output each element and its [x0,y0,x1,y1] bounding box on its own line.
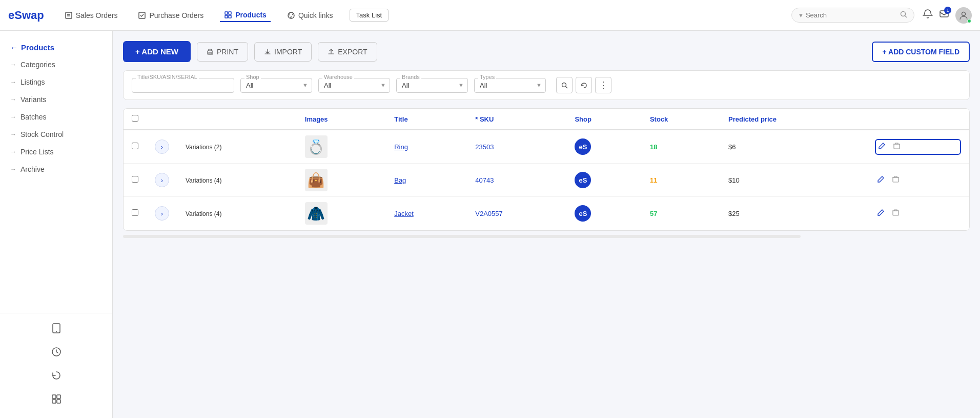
header-actions [867,109,969,130]
filter-warehouse-select[interactable]: All [318,78,390,93]
product-title-link-3[interactable]: Jacket [394,210,414,217]
edit-button-1[interactable] [876,140,888,154]
sidebar-item-archive[interactable]: → Archive [0,161,112,178]
shop-icon-3: eS [575,205,591,222]
product-sku-3[interactable]: V2A0557 [475,210,503,217]
expand-button-3[interactable]: › [155,206,169,221]
sidebar-bottom-tablet-icon[interactable] [0,317,112,339]
filter-types-select[interactable]: All [474,78,546,93]
notification-button[interactable] [923,9,933,22]
row-checkbox-2[interactable] [132,176,138,183]
delete-button-1[interactable] [891,140,903,154]
row-checkbox-3[interactable] [132,209,138,216]
header-expand [147,109,177,130]
horizontal-scrollbar[interactable] [123,235,801,238]
delete-button-2[interactable] [890,173,902,187]
svg-rect-4 [225,12,228,14]
product-sku-1[interactable]: 23503 [475,143,494,151]
nav-purchase-orders[interactable]: Purchase Orders [134,9,208,22]
header-images: Images [297,109,386,130]
header-title: Title [386,109,467,130]
logo[interactable]: eSwap [8,9,44,22]
messages-button[interactable]: 1 [939,9,949,22]
product-stock-3: 57 [650,210,657,217]
filter-title-input[interactable] [132,78,234,93]
product-stock-2: 11 [650,176,657,184]
filter-reset-button[interactable] [576,77,592,93]
edit-button-2[interactable] [875,173,887,187]
row-image-2: 👜 [297,164,386,197]
products-table-element: Images Title * SKU Shop Stock Predicted … [124,109,969,230]
filter-title-field: Title/SKU/ASIN/SERIAL [132,78,234,93]
nav-quick-links[interactable]: Quick links [283,9,337,22]
sidebar-item-listings[interactable]: → Listings [0,73,112,91]
filter-shop-select[interactable]: All [240,78,312,93]
action-buttons-1 [875,139,961,155]
filter-types-wrap: Types All ▼ [474,78,546,93]
sidebar-bottom [0,313,112,410]
sidebar-back-arrow[interactable]: ← [10,43,18,52]
row-variations-3: Variations (4) [177,197,297,230]
table-row: › Variations (4) 👜 Bag [124,164,969,197]
shop-icon-2: eS [575,172,591,188]
product-title-link-1[interactable]: Ring [394,143,408,151]
add-new-button[interactable]: + ADD NEW [123,41,191,62]
expand-button-2[interactable]: › [155,173,169,187]
search-input[interactable] [806,11,900,19]
row-variations-2: Variations (4) [177,164,297,197]
row-check-2 [124,164,147,197]
print-button[interactable]: PRINT [197,42,248,62]
filter-brands-select[interactable]: All [396,78,468,93]
online-status-dot [967,19,971,23]
row-image-1: 💍 [297,130,386,164]
product-image-3: 🧥 [305,202,328,225]
table-row: › Variations (4) 🧥 Jacket [124,197,969,230]
product-title-link-2[interactable]: Bag [394,176,406,184]
edit-button-3[interactable] [875,207,887,221]
filter-more-button[interactable]: ⋮ [595,77,611,93]
nav-sales-orders[interactable]: Sales Orders [60,9,122,22]
export-button[interactable]: EXPORT [318,42,377,62]
svg-line-26 [565,86,567,88]
filter-search-button[interactable] [556,77,573,93]
sidebar-bottom-refresh-icon[interactable] [0,365,112,386]
svg-rect-6 [225,15,228,18]
sidebar-bottom-grid-icon[interactable] [0,388,112,410]
svg-point-11 [290,16,292,18]
product-sku-2[interactable]: 40743 [475,176,494,184]
delete-button-3[interactable] [890,207,902,221]
header-predicted-price: Predicted price [720,109,867,130]
sidebar-item-price-lists[interactable]: → Price Lists [0,143,112,161]
search-icon[interactable] [900,10,908,20]
row-shop-3: eS [566,197,642,230]
svg-rect-22 [57,400,60,403]
dropdown-arrow-icon: ▼ [798,12,804,18]
sidebar-bottom-clock-icon[interactable] [0,341,112,363]
table-row: › Variations (2) 💍 Ring [124,130,969,164]
filter-types-label: Types [478,74,496,80]
messages-badge: 1 [944,7,951,14]
nav-products[interactable]: Products [220,9,271,22]
svg-point-8 [288,12,294,18]
avatar[interactable] [955,7,972,24]
sidebar-item-variants[interactable]: → Variants [0,91,112,108]
row-checkbox-1[interactable] [132,143,138,149]
row-expand-1: › [147,130,177,164]
sidebar-item-categories[interactable]: → Categories [0,56,112,73]
select-all-checkbox[interactable] [132,115,138,122]
table-body: › Variations (2) 💍 Ring [124,130,969,230]
svg-point-25 [562,83,566,87]
add-custom-field-button[interactable]: + ADD CUSTOM FIELD [872,42,970,62]
sidebar-title: ← Products [0,39,112,56]
arrow-icon: → [10,78,16,86]
sidebar-item-batches[interactable]: → Batches [0,108,112,126]
row-shop-2: eS [566,164,642,197]
sidebar: ← Products → Categories → Listings → Var… [0,31,113,418]
svg-point-12 [901,12,906,16]
task-list-button[interactable]: Task List [350,9,389,22]
product-price-2: $10 [728,176,740,184]
filter-shop-label: Shop [244,74,261,80]
expand-button-1[interactable]: › [155,140,169,154]
sidebar-item-stock-control[interactable]: → Stock Control [0,126,112,143]
import-button[interactable]: IMPORT [254,42,312,62]
